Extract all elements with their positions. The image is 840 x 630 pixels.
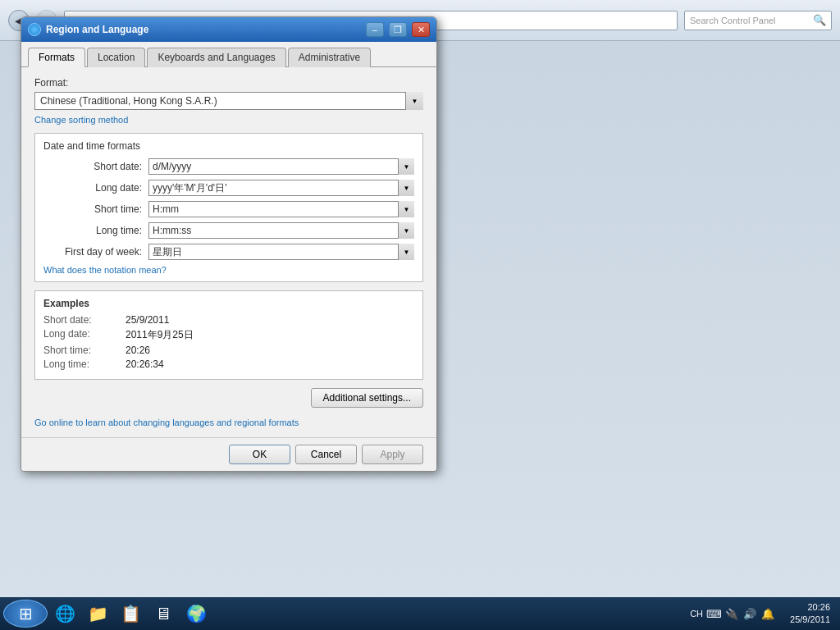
taskbar-clock[interactable]: 20:26 25/9/2011 — [783, 601, 837, 627]
first-day-select[interactable]: 星期日 — [148, 244, 414, 260]
example-long-time-value: 20:26:34 — [126, 358, 164, 370]
change-sorting-link[interactable]: Change sorting method — [34, 115, 423, 125]
short-date-label: Short date: — [43, 161, 142, 172]
short-time-select[interactable]: H:mm — [148, 201, 414, 217]
short-time-label: Short time: — [43, 203, 142, 215]
long-time-combo: H:mm:ss ▼ — [148, 222, 414, 239]
notation-link[interactable]: What does the notation mean? — [43, 265, 414, 275]
example-short-time-label: Short time: — [43, 345, 126, 356]
clock-date: 25/9/2011 — [790, 614, 830, 626]
short-date-combo: d/M/yyyy ▼ — [148, 158, 414, 175]
example-long-date-value: 2011年9月25日 — [126, 328, 194, 342]
taskbar-app3-button[interactable]: 🌍 — [180, 600, 212, 628]
long-date-combo: yyyy'年'M'月'd'日' ▼ — [148, 180, 414, 196]
taskbar-app2-button[interactable]: 🖥 — [148, 600, 179, 628]
ok-button[interactable]: OK — [229, 445, 290, 464]
first-day-combo: 星期日 ▼ — [148, 244, 414, 260]
start-icon: ⊞ — [19, 604, 33, 623]
dialog-footer: OK Cancel Apply — [21, 437, 436, 471]
search-box[interactable]: Search Control Panel 🔍 — [684, 11, 832, 30]
search-placeholder: Search Control Panel — [690, 16, 776, 25]
example-short-date: Short date: 25/9/2011 — [43, 314, 414, 326]
short-date-row: Short date: d/M/yyyy ▼ — [43, 158, 414, 175]
first-day-row: First day of week: 星期日 ▼ — [43, 244, 414, 260]
short-time-combo: H:mm ▼ — [148, 201, 414, 217]
examples-box: Examples Short date: 25/9/2011 Long date… — [34, 290, 423, 380]
region-language-dialog: Region and Language – ❐ ✕ Formats Locati… — [21, 16, 437, 472]
taskbar-app1-button[interactable]: 📋 — [115, 600, 146, 628]
taskbar-ie-button[interactable]: 🌐 — [49, 600, 80, 628]
tab-keyboards[interactable]: Keyboards and Languages — [147, 48, 285, 67]
start-button[interactable]: ⊞ — [3, 600, 48, 628]
apply-button[interactable]: Apply — [362, 445, 423, 464]
cancel-button[interactable]: Cancel — [295, 445, 357, 464]
tab-formats[interactable]: Formats — [28, 48, 85, 67]
system-tray: CH ⌨ 🔌 🔊 🔔 — [683, 606, 782, 621]
format-label: Format: — [34, 77, 423, 89]
long-date-label: Long date: — [43, 182, 142, 194]
example-short-time-value: 20:26 — [126, 345, 150, 356]
tab-location[interactable]: Location — [87, 48, 145, 67]
example-long-time-label: Long time: — [43, 358, 126, 370]
long-date-row: Long date: yyyy'年'M'月'd'日' ▼ — [43, 180, 414, 196]
taskbar: ⊞ 🌐 📁 📋 🖥 🌍 CH ⌨ 🔌 🔊 🔔 20:26 25/9/2011 — [0, 597, 840, 630]
minimize-button[interactable]: – — [366, 22, 384, 37]
long-time-label: Long time: — [43, 225, 142, 236]
long-time-select[interactable]: H:mm:ss — [148, 222, 414, 239]
tray-keyboard-icon[interactable]: ⌨ — [706, 606, 721, 621]
tray-sound-icon[interactable]: 🔊 — [742, 606, 757, 621]
tab-administrative[interactable]: Administrative — [288, 48, 371, 67]
first-day-label: First day of week: — [43, 246, 142, 258]
example-long-date-label: Long date: — [43, 328, 126, 342]
example-short-date-value: 25/9/2011 — [126, 314, 169, 326]
short-time-row: Short time: H:mm ▼ — [43, 201, 414, 217]
additional-settings-button[interactable]: Additional settings... — [311, 388, 423, 408]
dialog-title: Region and Language — [46, 24, 361, 35]
maximize-button[interactable]: ❐ — [389, 22, 407, 37]
close-button[interactable]: ✕ — [412, 22, 430, 37]
format-combo-wrapper: Chinese (Traditional, Hong Kong S.A.R.) … — [34, 92, 423, 110]
online-link[interactable]: Go online to learn about changing langua… — [34, 414, 423, 427]
search-icon[interactable]: 🔍 — [813, 14, 826, 26]
datetime-group: Date and time formats Short date: d/M/yy… — [34, 133, 423, 282]
format-select[interactable]: Chinese (Traditional, Hong Kong S.A.R.) — [34, 92, 423, 110]
tray-lang: CH — [690, 609, 703, 619]
example-long-date: Long date: 2011年9月25日 — [43, 328, 414, 342]
clock-time: 20:26 — [790, 601, 830, 614]
example-long-time: Long time: 20:26:34 — [43, 358, 414, 370]
examples-title: Examples — [43, 298, 414, 309]
short-date-select[interactable]: d/M/yyyy — [148, 158, 414, 175]
dialog-title-icon — [28, 23, 41, 36]
dialog-titlebar: Region and Language – ❐ ✕ — [21, 17, 436, 42]
taskbar-explorer-button[interactable]: 📁 — [82, 600, 113, 628]
tray-notification-icon[interactable]: 🔔 — [760, 606, 775, 621]
example-short-date-label: Short date: — [43, 314, 126, 326]
tray-network-icon[interactable]: 🔌 — [724, 606, 739, 621]
long-date-select[interactable]: yyyy'年'M'月'd'日' — [148, 180, 414, 196]
datetime-group-title: Date and time formats — [43, 140, 414, 152]
dialog-content: Format: Chinese (Traditional, Hong Kong … — [21, 67, 436, 437]
tab-bar: Formats Location Keyboards and Languages… — [21, 42, 436, 67]
long-time-row: Long time: H:mm:ss ▼ — [43, 222, 414, 239]
example-short-time: Short time: 20:26 — [43, 345, 414, 356]
